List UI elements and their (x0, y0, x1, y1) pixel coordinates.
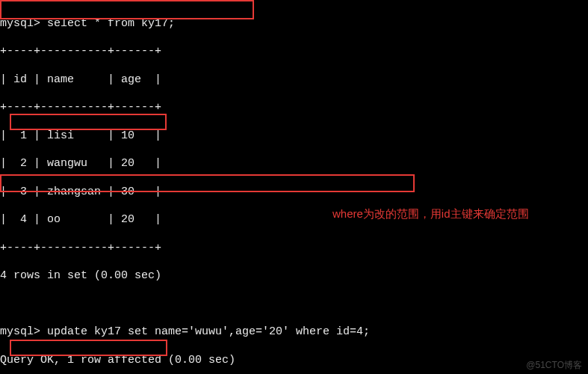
prompt-line-2[interactable]: mysql> update ky17 set name='wuwu',age='… (0, 325, 588, 340)
table-border: +----+----------+------+ (0, 45, 588, 59)
watermark: @51CTO博客 (526, 360, 582, 371)
table-header: | id | name | age | (0, 73, 588, 88)
prompt: mysql> (0, 17, 40, 30)
table-row: | 2 | wangwu | 20 | (0, 157, 588, 171)
result-count: 4 rows in set (0.00 sec) (0, 269, 588, 283)
update-ok: Query OK, 1 row affected (0.00 sec) (0, 354, 588, 368)
sql-update: update ky17 set name='wuwu',age='20' whe… (47, 325, 370, 338)
table-border: +----+----------+------+ (0, 101, 588, 115)
annotation-text: where为改的范围，用id主键来确定范围 (332, 207, 529, 221)
prompt-line-1[interactable]: mysql> select * from ky17; (0, 17, 588, 31)
table-border: +----+----------+------+ (0, 242, 588, 256)
table-row: | 3 | zhangsan | 30 | (0, 186, 588, 200)
terminal-output: mysql> select * from ky17; +----+-------… (0, 0, 588, 374)
table-row: | 1 | lisi | 10 | (0, 129, 588, 144)
prompt: mysql> (0, 325, 40, 338)
sql-select-1: select * from ky17; (47, 17, 175, 30)
blank-line (0, 298, 588, 312)
